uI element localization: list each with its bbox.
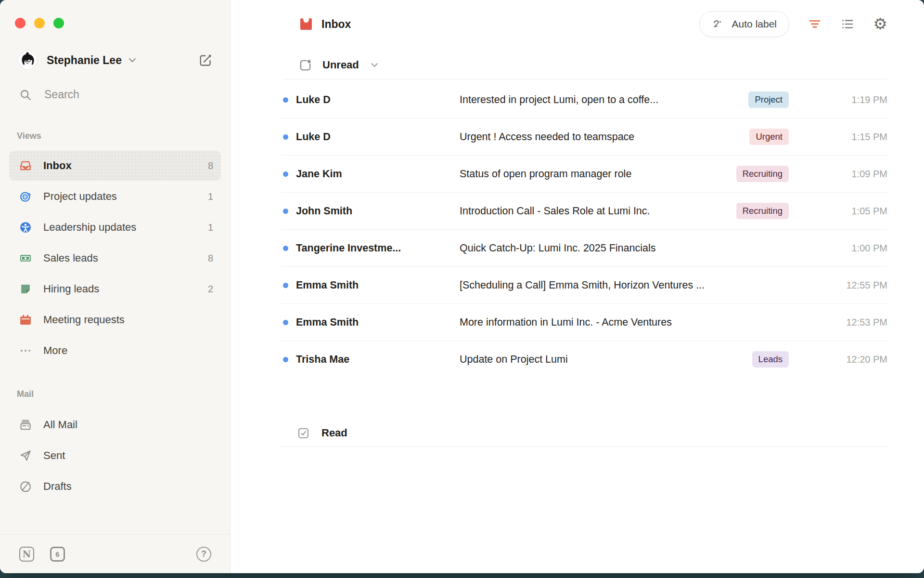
unread-count: 1 [208, 222, 213, 233]
email-time: 1:05 PM [789, 206, 887, 217]
checkbox-checked-icon [297, 427, 310, 440]
unread-dot [283, 320, 288, 325]
email-time: 12:55 PM [789, 280, 887, 291]
email-sender: Emma Smith [296, 316, 460, 328]
inbox-icon [299, 17, 313, 31]
sidebar-item-label: Meeting requests [43, 314, 125, 326]
email-subject: More information in Lumi Inc. - Acme Ven… [460, 316, 789, 328]
sidebar-item-label: Project updates [43, 190, 117, 203]
sidebar-item-sent[interactable]: Sent [9, 441, 221, 471]
sidebar-item-label: Hiring leads [43, 283, 99, 295]
unread-dot [283, 134, 288, 140]
unread-dot [283, 357, 288, 362]
auto-label-text: Auto label [732, 18, 777, 30]
unread-status-icon [299, 59, 312, 72]
unread-dot [283, 283, 288, 288]
sidebar-item-more[interactable]: More [9, 336, 221, 366]
avatar [18, 51, 37, 70]
filter-lines-button[interactable] [808, 17, 822, 31]
ellipsis-icon [19, 344, 32, 357]
email-list: Luke D Interested in project Lumi, open … [281, 81, 887, 378]
email-row[interactable]: John Smith Introduction Call - Sales Rol… [281, 193, 887, 230]
read-section-header[interactable]: Read [281, 420, 887, 447]
email-time: 1:09 PM [789, 169, 887, 180]
person-circle-icon [19, 221, 32, 234]
email-subject: Urgent ! Access needed to teamspace [460, 131, 749, 143]
sidebar: Stephanie Lee Search Views Inbo [0, 0, 231, 573]
notion-calendar-app-icon[interactable]: 6 [50, 547, 65, 562]
sidebar-item-inbox[interactable]: Inbox 8 [9, 151, 221, 181]
email-row[interactable]: Emma Smith [Scheduling a Call] Emma Smit… [281, 267, 887, 304]
app-window: Stephanie Lee Search Views Inbo [0, 0, 924, 573]
paper-plane-icon [19, 449, 32, 462]
email-subject: [Scheduling a Call] Emma Smith, Horizon … [460, 279, 789, 291]
email-time: 1:15 PM [789, 131, 887, 143]
unread-filter-label[interactable]: Unread [322, 59, 359, 71]
search-button[interactable]: Search [19, 88, 230, 101]
email-subject: Interested in project Lumi, open to a co… [460, 94, 748, 106]
sidebar-item-label: Drafts [43, 480, 72, 493]
account-switcher[interactable]: Stephanie Lee [18, 51, 213, 70]
sidebar-item-meeting-requests[interactable]: Meeting requests [9, 305, 221, 335]
mail-nav: All Mail Sent Drafts [0, 410, 230, 501]
email-sender: Jane Kim [296, 168, 460, 180]
search-icon [19, 89, 32, 101]
views-nav: Inbox 8 Project updates 1 [0, 151, 230, 366]
window-controls [0, 0, 230, 28]
main-header: Inbox Auto label [231, 0, 924, 48]
notion-app-icon[interactable]: N [19, 547, 34, 562]
email-row[interactable]: Trisha Mae Update on Project Lumi Leads … [281, 341, 887, 378]
sidebar-item-leadership-updates[interactable]: Leadership updates 1 [9, 212, 221, 242]
email-sender: Trisha Mae [296, 354, 460, 366]
sidebar-item-hiring-leads[interactable]: Hiring leads 2 [9, 274, 221, 304]
sidebar-item-label: Leadership updates [43, 221, 136, 234]
help-icon[interactable]: ? [196, 547, 211, 562]
mail-stack-icon [19, 419, 32, 431]
unread-filter-row: Unread [283, 51, 887, 79]
page-title: Inbox [321, 18, 351, 31]
email-row[interactable]: Emma Smith More information in Lumi Inc.… [281, 304, 887, 341]
minimize-window-button[interactable] [34, 18, 45, 28]
money-icon [19, 252, 32, 264]
sidebar-item-sales-leads[interactable]: Sales leads 8 [9, 243, 221, 273]
email-row[interactable]: Luke D Urgent ! Access needed to teamspa… [281, 118, 887, 156]
email-sender: John Smith [296, 205, 460, 217]
email-subject: Status of open program manager role [460, 168, 736, 180]
email-time: 1:19 PM [789, 94, 887, 105]
settings-button[interactable]: ⚙ [873, 17, 887, 31]
label-badge: Recruiting [736, 166, 789, 182]
list-view-button[interactable] [840, 17, 855, 31]
unread-dot [283, 209, 288, 214]
sidebar-item-label: Sales leads [43, 252, 98, 264]
sidebar-item-label: Sent [43, 449, 65, 462]
note-icon [19, 283, 32, 295]
email-row[interactable]: Luke D Interested in project Lumi, open … [281, 81, 887, 118]
email-sender: Emma Smith [296, 279, 460, 291]
sidebar-item-drafts[interactable]: Drafts [9, 472, 221, 501]
user-name: Stephanie Lee [47, 54, 122, 67]
zoom-window-button[interactable] [53, 18, 64, 28]
unread-count: 2 [208, 284, 213, 295]
main-panel: Inbox Auto label [231, 0, 924, 573]
sidebar-item-all-mail[interactable]: All Mail [9, 410, 221, 440]
email-row[interactable]: Tangerine Investme... Quick Catch-Up: Lu… [281, 230, 887, 267]
chevron-down-icon[interactable] [370, 60, 379, 70]
label-badge: Recruiting [736, 203, 789, 219]
email-subject: Quick Catch-Up: Lumi Inc. 2025 Financial… [460, 242, 789, 254]
compose-icon[interactable] [198, 53, 213, 67]
email-time: 12:20 PM [789, 354, 887, 365]
sidebar-item-project-updates[interactable]: Project updates 1 [9, 182, 221, 211]
email-time: 12:53 PM [789, 317, 887, 328]
pencil-circle-icon [19, 480, 32, 493]
unread-dot [283, 97, 288, 103]
label-badge: Leads [752, 351, 789, 368]
close-window-button[interactable] [15, 18, 26, 28]
search-label: Search [44, 88, 79, 101]
email-row[interactable]: Jane Kim Status of open program manager … [281, 156, 887, 193]
email-time: 1:00 PM [789, 243, 887, 254]
sidebar-item-label: All Mail [43, 419, 77, 431]
unread-count: 1 [208, 191, 213, 202]
sidebar-item-label: More [43, 344, 67, 357]
sidebar-footer: N 6 ? [0, 534, 230, 573]
auto-label-button[interactable]: Auto label [699, 11, 789, 37]
